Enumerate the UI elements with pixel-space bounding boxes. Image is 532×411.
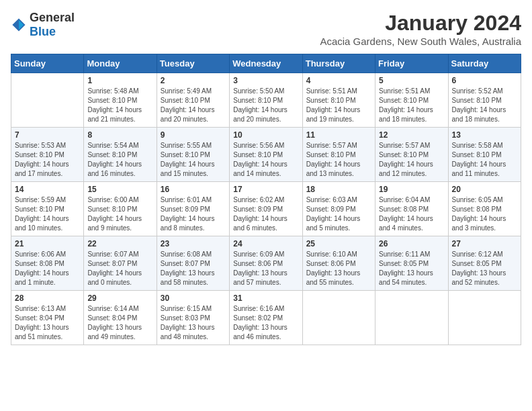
day-info: Sunrise: 6:13 AM Sunset: 8:04 PM Dayligh… bbox=[15, 304, 80, 342]
day-info: Sunrise: 5:59 AM Sunset: 8:10 PM Dayligh… bbox=[15, 195, 80, 233]
day-number: 7 bbox=[15, 130, 80, 140]
day-number: 3 bbox=[233, 76, 298, 85]
calendar-week-row: 14Sunrise: 5:59 AM Sunset: 8:10 PM Dayli… bbox=[11, 182, 521, 236]
day-number: 27 bbox=[452, 239, 517, 248]
day-number: 15 bbox=[87, 185, 152, 194]
calendar-week-row: 21Sunrise: 6:06 AM Sunset: 8:08 PM Dayli… bbox=[11, 236, 521, 291]
calendar-subtitle: Acacia Gardens, New South Wales, Austral… bbox=[320, 36, 521, 47]
day-number: 14 bbox=[15, 185, 80, 194]
day-number: 8 bbox=[87, 130, 152, 140]
header-tuesday: Tuesday bbox=[157, 54, 229, 73]
calendar-cell: 11Sunrise: 5:57 AM Sunset: 8:10 PM Dayli… bbox=[302, 128, 375, 182]
day-info: Sunrise: 5:57 AM Sunset: 8:10 PM Dayligh… bbox=[379, 141, 444, 179]
day-info: Sunrise: 5:55 AM Sunset: 8:10 PM Dayligh… bbox=[161, 141, 226, 179]
calendar-cell: 18Sunrise: 6:03 AM Sunset: 8:09 PM Dayli… bbox=[302, 182, 375, 236]
calendar-cell: 21Sunrise: 6:06 AM Sunset: 8:08 PM Dayli… bbox=[11, 236, 84, 291]
calendar-title: January 2024 bbox=[320, 11, 521, 36]
calendar-cell: 27Sunrise: 6:12 AM Sunset: 8:05 PM Dayli… bbox=[448, 236, 521, 291]
calendar-cell: 10Sunrise: 5:56 AM Sunset: 8:10 PM Dayli… bbox=[230, 128, 302, 182]
day-number: 12 bbox=[379, 130, 444, 140]
day-info: Sunrise: 5:57 AM Sunset: 8:10 PM Dayligh… bbox=[306, 141, 371, 179]
calendar-cell: 6Sunrise: 5:52 AM Sunset: 8:10 PM Daylig… bbox=[448, 73, 521, 128]
day-info: Sunrise: 6:16 AM Sunset: 8:02 PM Dayligh… bbox=[233, 304, 298, 342]
day-info: Sunrise: 6:15 AM Sunset: 8:03 PM Dayligh… bbox=[161, 304, 226, 342]
day-info: Sunrise: 5:49 AM Sunset: 8:10 PM Dayligh… bbox=[161, 87, 226, 124]
day-number: 2 bbox=[161, 76, 226, 85]
calendar-cell bbox=[448, 291, 521, 345]
day-number: 13 bbox=[452, 130, 517, 140]
day-info: Sunrise: 6:07 AM Sunset: 8:07 PM Dayligh… bbox=[87, 250, 152, 287]
header-wednesday: Wednesday bbox=[230, 54, 302, 73]
day-info: Sunrise: 6:02 AM Sunset: 8:09 PM Dayligh… bbox=[233, 195, 298, 233]
day-number: 4 bbox=[306, 76, 371, 85]
calendar-cell: 4Sunrise: 5:51 AM Sunset: 8:10 PM Daylig… bbox=[302, 73, 375, 128]
day-number: 29 bbox=[87, 293, 152, 303]
calendar-cell: 16Sunrise: 6:01 AM Sunset: 8:09 PM Dayli… bbox=[157, 182, 229, 236]
page-header: General Blue January 2024 Acacia Gardens… bbox=[11, 11, 521, 47]
day-number: 26 bbox=[379, 239, 444, 248]
calendar-cell: 30Sunrise: 6:15 AM Sunset: 8:03 PM Dayli… bbox=[157, 291, 229, 345]
title-section: January 2024 Acacia Gardens, New South W… bbox=[320, 11, 521, 47]
day-number: 6 bbox=[452, 76, 517, 85]
header-thursday: Thursday bbox=[302, 54, 375, 73]
calendar-cell: 9Sunrise: 5:55 AM Sunset: 8:10 PM Daylig… bbox=[157, 128, 229, 182]
calendar-cell: 24Sunrise: 6:09 AM Sunset: 8:06 PM Dayli… bbox=[230, 236, 302, 291]
calendar-cell: 1Sunrise: 5:48 AM Sunset: 8:10 PM Daylig… bbox=[84, 73, 157, 128]
calendar-cell: 7Sunrise: 5:53 AM Sunset: 8:10 PM Daylig… bbox=[11, 128, 84, 182]
calendar-cell: 22Sunrise: 6:07 AM Sunset: 8:07 PM Dayli… bbox=[84, 236, 157, 291]
calendar-cell: 28Sunrise: 6:13 AM Sunset: 8:04 PM Dayli… bbox=[11, 291, 84, 345]
day-info: Sunrise: 6:14 AM Sunset: 8:04 PM Dayligh… bbox=[87, 304, 152, 342]
calendar-week-row: 7Sunrise: 5:53 AM Sunset: 8:10 PM Daylig… bbox=[11, 128, 521, 182]
day-number: 30 bbox=[161, 293, 226, 303]
day-number: 28 bbox=[15, 293, 80, 303]
calendar-week-row: 1Sunrise: 5:48 AM Sunset: 8:10 PM Daylig… bbox=[11, 73, 521, 128]
day-info: Sunrise: 6:01 AM Sunset: 8:09 PM Dayligh… bbox=[161, 195, 226, 233]
day-info: Sunrise: 5:51 AM Sunset: 8:10 PM Dayligh… bbox=[379, 87, 444, 124]
day-info: Sunrise: 5:58 AM Sunset: 8:10 PM Dayligh… bbox=[452, 141, 517, 179]
calendar-cell: 5Sunrise: 5:51 AM Sunset: 8:10 PM Daylig… bbox=[375, 73, 448, 128]
day-number: 20 bbox=[452, 185, 517, 194]
header-saturday: Saturday bbox=[448, 54, 521, 73]
calendar-cell: 26Sunrise: 6:11 AM Sunset: 8:05 PM Dayli… bbox=[375, 236, 448, 291]
day-number: 22 bbox=[87, 239, 152, 248]
day-number: 19 bbox=[379, 185, 444, 194]
day-number: 17 bbox=[233, 185, 298, 194]
calendar-cell: 29Sunrise: 6:14 AM Sunset: 8:04 PM Dayli… bbox=[84, 291, 157, 345]
day-number: 23 bbox=[161, 239, 226, 248]
day-info: Sunrise: 5:52 AM Sunset: 8:10 PM Dayligh… bbox=[452, 87, 517, 124]
calendar-cell: 3Sunrise: 5:50 AM Sunset: 8:10 PM Daylig… bbox=[230, 73, 302, 128]
day-number: 1 bbox=[87, 76, 152, 85]
day-info: Sunrise: 6:11 AM Sunset: 8:05 PM Dayligh… bbox=[379, 250, 444, 287]
calendar-cell bbox=[375, 291, 448, 345]
calendar-cell: 25Sunrise: 6:10 AM Sunset: 8:06 PM Dayli… bbox=[302, 236, 375, 291]
day-info: Sunrise: 5:51 AM Sunset: 8:10 PM Dayligh… bbox=[306, 87, 371, 124]
logo-text-blue: Blue bbox=[30, 25, 56, 38]
header-monday: Monday bbox=[84, 54, 157, 73]
day-info: Sunrise: 5:56 AM Sunset: 8:10 PM Dayligh… bbox=[233, 141, 298, 179]
calendar-cell: 31Sunrise: 6:16 AM Sunset: 8:02 PM Dayli… bbox=[230, 291, 302, 345]
calendar-cell bbox=[11, 73, 84, 128]
day-info: Sunrise: 6:12 AM Sunset: 8:05 PM Dayligh… bbox=[452, 250, 517, 287]
day-info: Sunrise: 6:04 AM Sunset: 8:08 PM Dayligh… bbox=[379, 195, 444, 233]
day-info: Sunrise: 5:53 AM Sunset: 8:10 PM Dayligh… bbox=[15, 141, 80, 179]
day-info: Sunrise: 6:06 AM Sunset: 8:08 PM Dayligh… bbox=[15, 250, 80, 287]
calendar-cell: 17Sunrise: 6:02 AM Sunset: 8:09 PM Dayli… bbox=[230, 182, 302, 236]
day-info: Sunrise: 6:10 AM Sunset: 8:06 PM Dayligh… bbox=[306, 250, 371, 287]
calendar-header-row: Sunday Monday Tuesday Wednesday Thursday… bbox=[11, 54, 521, 73]
day-info: Sunrise: 5:48 AM Sunset: 8:10 PM Dayligh… bbox=[87, 87, 152, 124]
day-info: Sunrise: 5:54 AM Sunset: 8:10 PM Dayligh… bbox=[87, 141, 152, 179]
logo-icon bbox=[11, 17, 27, 33]
day-info: Sunrise: 5:50 AM Sunset: 8:10 PM Dayligh… bbox=[233, 87, 298, 124]
calendar-table: Sunday Monday Tuesday Wednesday Thursday… bbox=[11, 54, 521, 345]
calendar-cell: 14Sunrise: 5:59 AM Sunset: 8:10 PM Dayli… bbox=[11, 182, 84, 236]
day-number: 5 bbox=[379, 76, 444, 85]
day-number: 11 bbox=[306, 130, 371, 140]
day-number: 25 bbox=[306, 239, 371, 248]
logo-text-general: General bbox=[30, 11, 75, 24]
header-sunday: Sunday bbox=[11, 54, 84, 73]
calendar-cell: 2Sunrise: 5:49 AM Sunset: 8:10 PM Daylig… bbox=[157, 73, 229, 128]
calendar-cell bbox=[302, 291, 375, 345]
day-number: 24 bbox=[233, 239, 298, 248]
day-number: 31 bbox=[233, 293, 298, 303]
logo: General Blue bbox=[11, 11, 75, 39]
